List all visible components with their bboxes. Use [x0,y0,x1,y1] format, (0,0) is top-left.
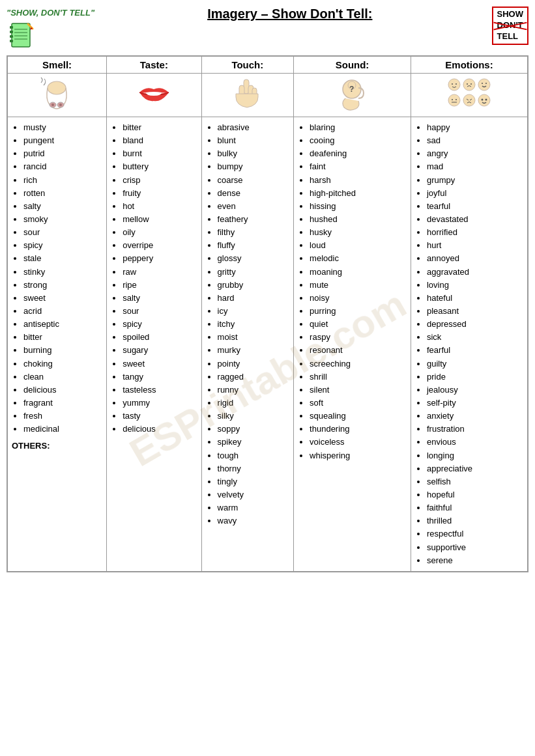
list-item: loving [427,279,523,292]
list-item: delicious [23,384,102,397]
list-item: spicy [23,239,102,252]
list-item: sad [427,134,523,147]
list-item: pungent [23,134,102,147]
top-label: "SHOW, DON'T TELL" [7,8,94,18]
list-item: voiceless [310,436,407,449]
list-item: even [218,200,290,213]
svg-point-33 [452,99,453,100]
emotions-words-cell: happy sad angry mad grumpy joyful tearfu… [411,117,528,572]
list-item: thorny [218,462,290,475]
list-item: screeching [310,357,407,371]
list-item: fluffy [218,239,290,252]
list-item: burnt [123,147,197,160]
list-item: hurt [427,239,523,252]
title-area: Imagery – Show Don't Tell: [94,7,485,21]
list-item: annoyed [427,252,523,265]
list-item: abrasive [218,121,290,134]
list-item: hard [218,292,290,305]
list-item: dense [218,187,290,200]
list-item: faithful [427,501,523,514]
list-item: rotten [23,187,102,200]
list-item: hopeful [427,488,523,501]
svg-point-25 [455,83,457,85]
list-item: harsh [310,174,407,187]
list-item: melodic [310,252,407,265]
smell-words-cell: musty pungent putrid rancid rich rotten … [7,117,107,572]
list-item: hushed [310,213,407,226]
sound-words-cell: blaring cooing deafening faint harsh hig… [294,117,411,572]
list-item: hateful [427,292,523,305]
list-item: warm [218,501,290,514]
list-item: noisy [310,292,407,305]
list-item: whispering [310,449,407,462]
svg-rect-2 [10,31,13,33]
list-item: tasty [123,410,197,423]
svg-rect-1 [10,26,13,29]
list-item: soft [310,397,407,410]
list-item: silky [218,410,290,423]
list-item: tearful [427,200,523,213]
list-item: rancid [23,160,102,173]
list-item: feathery [218,213,290,226]
list-item: smoky [23,213,102,226]
list-item: happy [427,121,523,134]
list-item: filthy [218,226,290,239]
list-item: acrid [23,305,102,318]
list-item: tough [218,449,290,462]
list-item: fragrant [23,397,102,410]
list-item: sweet [123,357,197,371]
faces-icon [444,76,493,112]
list-item: ripe [123,279,197,292]
list-item: appreciative [427,462,523,475]
list-item: cooing [310,134,407,147]
svg-rect-4 [10,40,13,42]
list-item: angry [427,147,523,160]
list-item: thundering [310,423,407,436]
list-item: fearful [427,344,523,357]
sound-icon-cell: ? [294,74,411,117]
list-item: husky [310,226,407,239]
list-item: icy [218,305,290,318]
list-item: sick [427,331,523,344]
list-item: jealousy [427,384,523,397]
list-item: sugary [123,344,197,357]
list-item: sour [23,226,102,239]
list-item: strong [23,279,102,292]
list-item: blunt [218,134,290,147]
list-item: rich [23,174,102,187]
list-item: hot [123,200,197,213]
svg-rect-3 [10,35,13,38]
header-emotions: Emotions: [411,56,528,74]
taste-word-list: bitter bland burnt buttery crisp fruity … [111,121,197,436]
list-item: envious [427,436,523,449]
list-item: spoiled [123,331,197,344]
list-item: rigid [218,397,290,410]
list-item: medicinal [23,423,102,436]
list-item: depressed [427,318,523,331]
svg-point-30 [482,83,483,84]
list-item: blaring [310,121,407,134]
list-item: high-pitched [310,187,407,200]
header-touch: Touch: [201,56,294,74]
list-item: tangy [123,371,197,384]
list-item: guilty [427,357,523,371]
list-item: pointy [218,357,290,371]
list-item: ragged [218,371,290,384]
list-item: mad [427,160,523,173]
main-table: Smell: Taste: Touch: Sound: Emotions: [7,55,528,572]
list-item: stale [23,252,102,265]
svg-point-31 [485,83,487,84]
list-item: antiseptic [23,318,102,331]
list-item: hissing [310,200,407,213]
list-item: bulky [218,147,290,160]
list-item: bitter [23,331,102,344]
list-item: self-pity [427,397,523,410]
list-item: moaning [310,266,407,279]
ear-icon: ? [331,76,373,112]
list-item: pride [427,371,523,384]
list-item: faint [310,160,407,173]
list-item: wavy [218,514,290,527]
notebook-icon [7,21,36,50]
list-item: quiet [310,318,407,331]
sound-word-list: blaring cooing deafening faint harsh hig… [298,121,407,462]
